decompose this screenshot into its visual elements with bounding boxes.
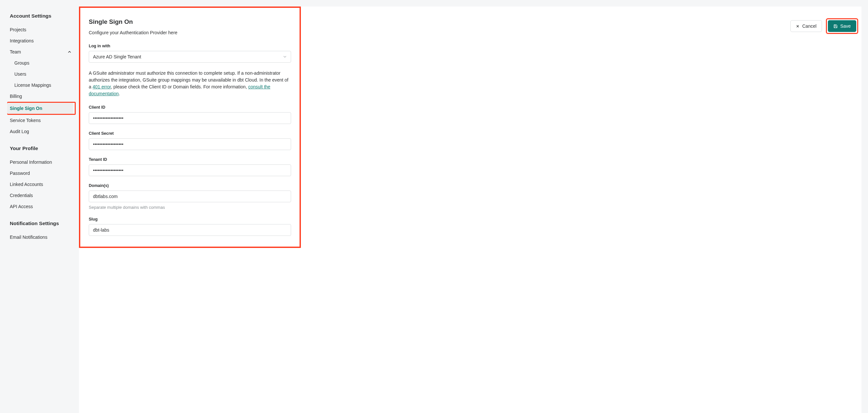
info-text-2: , please check the Client ID or Domain f…	[111, 84, 248, 89]
sidebar-item-linked-accounts[interactable]: Linked Accounts	[10, 179, 76, 190]
sidebar-item-label: Service Tokens	[10, 118, 41, 123]
login-with-value: Azure AD Single Tenant	[93, 54, 141, 59]
client-id-input[interactable]	[89, 112, 291, 124]
sidebar-item-projects[interactable]: Projects	[10, 24, 76, 35]
sidebar-item-label: License Mappings	[14, 83, 51, 88]
sidebar-item-label: Billing	[10, 94, 22, 99]
sidebar-item-label: Integrations	[10, 38, 34, 43]
page-title: Single Sign On	[89, 18, 291, 26]
sidebar-item-email-notifications[interactable]: Email Notifications	[10, 232, 76, 243]
sidebar-item-label: Password	[10, 170, 30, 176]
sidebar-item-label: Groups	[14, 60, 29, 66]
sidebar-item-label: Team	[10, 49, 21, 55]
slug-label: Slug	[89, 217, 291, 222]
login-with-select[interactable]: Azure AD Single Tenant	[89, 51, 291, 63]
sidebar-item-api-access[interactable]: API Access	[10, 201, 76, 212]
client-secret-label: Client Secret	[89, 131, 291, 136]
sidebar-item-personal-info[interactable]: Personal Information	[10, 157, 76, 168]
domains-input[interactable]	[89, 191, 291, 202]
link-401-error[interactable]: 401 error	[93, 84, 111, 89]
sidebar-item-label: Audit Log	[10, 129, 29, 134]
sidebar-item-team[interactable]: Team	[10, 46, 76, 57]
sidebar-item-label: Users	[14, 71, 26, 77]
login-with-label: Log in with	[89, 44, 291, 48]
save-label: Save	[840, 24, 851, 29]
sidebar-item-license-mappings[interactable]: License Mappings	[10, 80, 76, 91]
sidebar-item-password[interactable]: Password	[10, 168, 76, 179]
sidebar-item-label: Single Sign On	[10, 106, 42, 111]
save-icon	[833, 24, 838, 28]
sidebar-item-label: Personal Information	[10, 160, 52, 165]
sidebar: Account Settings Projects Integrations T…	[0, 0, 76, 413]
sidebar-item-service-tokens[interactable]: Service Tokens	[10, 115, 76, 126]
sidebar-item-label: Email Notifications	[10, 234, 47, 240]
save-button[interactable]: Save	[828, 20, 856, 32]
client-id-label: Client ID	[89, 105, 291, 109]
page-subtitle: Configure your Authentication Provider h…	[89, 30, 291, 35]
sidebar-item-groups[interactable]: Groups	[10, 57, 76, 68]
domains-label: Domain(s)	[89, 183, 291, 188]
info-paragraph: A GSuite administrator must authorize th…	[89, 70, 291, 97]
action-bar: Cancel Save	[790, 18, 858, 34]
chevron-up-icon	[67, 50, 72, 54]
section-notification-settings: Notification Settings	[10, 221, 76, 226]
main-panel: Single Sign On Configure your Authentica…	[79, 6, 862, 413]
sidebar-item-users[interactable]: Users	[10, 68, 76, 80]
sidebar-item-label: Projects	[10, 27, 26, 32]
section-your-profile: Your Profile	[10, 146, 76, 151]
tenant-id-label: Tenant ID	[89, 157, 291, 162]
sidebar-item-credentials[interactable]: Credentials	[10, 190, 76, 201]
sidebar-item-billing[interactable]: Billing	[10, 91, 76, 102]
sidebar-item-label: Credentials	[10, 193, 33, 198]
sso-form: Single Sign On Configure your Authentica…	[79, 6, 301, 413]
sidebar-item-label: Linked Accounts	[10, 182, 43, 187]
sidebar-item-audit-log[interactable]: Audit Log	[10, 126, 76, 137]
close-icon	[796, 25, 800, 28]
info-text-3: .	[119, 91, 120, 96]
slug-input[interactable]	[89, 224, 291, 236]
tenant-id-input[interactable]	[89, 164, 291, 176]
client-secret-input[interactable]	[89, 138, 291, 150]
cancel-label: Cancel	[802, 24, 816, 29]
section-account-settings: Account Settings	[10, 13, 76, 19]
cancel-button[interactable]: Cancel	[790, 20, 822, 32]
domains-help: Separate multiple domains with commas	[89, 205, 291, 210]
sidebar-item-integrations[interactable]: Integrations	[10, 35, 76, 46]
sidebar-item-sso[interactable]: Single Sign On	[7, 103, 73, 114]
sidebar-item-label: API Access	[10, 204, 33, 209]
